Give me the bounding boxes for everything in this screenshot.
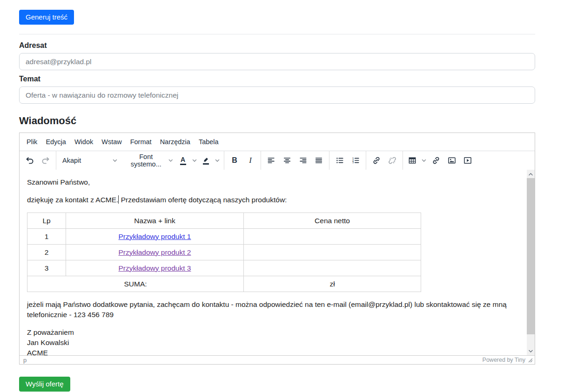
bullet-list-button[interactable] <box>332 153 348 168</box>
highlight-color-menu-button[interactable] <box>213 153 222 168</box>
chevron-down-icon <box>528 349 533 353</box>
subject-input[interactable] <box>19 86 535 104</box>
align-center-icon <box>282 156 292 165</box>
product-link[interactable]: Przykładowy produkt 2 <box>119 248 191 256</box>
table-menu-button[interactable] <box>419 153 428 168</box>
scrollbar-thumb[interactable] <box>527 178 535 334</box>
table-button[interactable] <box>405 153 419 168</box>
offer-table: Lp Nazwa + link Cena netto 1 Przykładowy… <box>27 213 421 292</box>
chevron-down-icon <box>112 158 118 163</box>
cell-lp: 2 <box>27 245 66 260</box>
col-header-name: Nazwa + link <box>66 213 244 229</box>
numbered-list-button[interactable]: 123 <box>348 153 363 168</box>
product-link[interactable]: Przykładowy produkt 3 <box>119 264 191 272</box>
chevron-down-icon <box>192 158 197 163</box>
align-left-button[interactable] <box>263 153 279 168</box>
bold-icon: B <box>232 156 237 165</box>
editor-toolbar: Akapit Font systemo... A <box>20 151 535 170</box>
scroll-up-arrow[interactable] <box>527 170 535 178</box>
cell-price <box>244 260 421 276</box>
font-family-select[interactable]: Font systemo... <box>120 153 176 168</box>
message-heading: Wiadomość <box>19 115 535 127</box>
bold-button[interactable]: B <box>227 153 242 168</box>
menu-edit[interactable]: Edycja <box>41 136 70 148</box>
insert-link-button[interactable] <box>369 153 384 168</box>
align-center-button[interactable] <box>279 153 295 168</box>
numbered-list-icon: 123 <box>351 156 360 165</box>
table-row: 2 Przykładowy produkt 2 <box>27 245 421 260</box>
divider <box>19 34 535 34</box>
redo-button[interactable] <box>38 153 54 168</box>
table-split <box>405 153 428 168</box>
link-icon <box>431 156 441 165</box>
menu-view[interactable]: Widok <box>70 136 97 148</box>
align-left-icon <box>267 156 276 165</box>
italic-button[interactable]: I <box>242 153 258 168</box>
recipient-label: Adresat <box>19 41 535 50</box>
greeting-paragraph: Szanowni Państwo, <box>27 177 519 187</box>
list-group: 123 <box>329 151 366 170</box>
align-group <box>261 151 329 170</box>
font-group: Akapit Font systemo... A <box>56 151 224 170</box>
image-button[interactable] <box>444 153 460 168</box>
menu-tools[interactable]: Narzędzia <box>156 136 195 148</box>
link-button[interactable] <box>428 153 444 168</box>
page: Generuj treść Adresat Temat Wiadomość Pl… <box>19 0 535 392</box>
chevron-down-icon <box>215 158 220 163</box>
menu-format[interactable]: Format <box>126 136 156 148</box>
justify-button[interactable] <box>311 153 327 168</box>
editor-body[interactable]: Szanowni Państwo, dziękuję za kontakt z … <box>20 170 527 355</box>
justify-icon <box>314 156 323 165</box>
menu-file[interactable]: Plik <box>22 136 41 148</box>
cell-product: Przykładowy produkt 2 <box>66 245 244 260</box>
paragraph-style-label: Akapit <box>62 157 81 164</box>
paragraph-style-select[interactable]: Akapit <box>59 153 120 168</box>
align-right-icon <box>298 156 308 165</box>
scroll-down-arrow[interactable] <box>527 347 535 355</box>
sum-value-cell: zł <box>244 276 421 292</box>
chevron-up-icon <box>528 173 533 176</box>
text-color-button[interactable]: A <box>176 153 190 168</box>
send-offer-button[interactable]: Wyślij ofertę <box>19 377 70 392</box>
editor-content-area[interactable]: Szanowni Państwo, dziękuję za kontakt z … <box>20 170 535 355</box>
outro-paragraph: jeżeli mają Państwo dodatkowe pytania, z… <box>27 299 519 320</box>
element-path[interactable]: p <box>23 357 27 364</box>
subject-label: Temat <box>19 75 535 83</box>
insert-group <box>403 151 478 170</box>
rich-text-editor: Plik Edycja Widok Wstaw Format Narzędzia… <box>19 133 535 365</box>
text-color-swatch <box>180 164 186 165</box>
col-header-price: Cena netto <box>244 213 421 229</box>
undo-button[interactable] <box>22 153 38 168</box>
font-family-label: Font systemo... <box>124 153 168 168</box>
resize-handle-icon[interactable] <box>528 358 533 363</box>
bullet-list-icon <box>335 156 344 165</box>
sum-label-cell: SUMA: <box>27 276 244 292</box>
menu-table[interactable]: Tabela <box>195 136 223 148</box>
intro-paragraph: dziękuję za kontakt z ACME. Przedstawiam… <box>27 195 519 205</box>
svg-text:3: 3 <box>352 161 354 164</box>
unlink-button[interactable] <box>384 153 400 168</box>
col-header-lp: Lp <box>27 213 66 229</box>
generate-content-button[interactable]: Generuj treść <box>19 10 74 25</box>
tiny-branding[interactable]: Powered by Tiny <box>483 357 525 363</box>
style-group: B I <box>224 151 261 170</box>
media-icon <box>463 156 472 165</box>
text-color-menu-button[interactable] <box>190 153 199 168</box>
editor-scrollbar[interactable] <box>527 170 535 355</box>
cell-lp: 3 <box>27 260 66 276</box>
media-button[interactable] <box>460 153 476 168</box>
menu-insert[interactable]: Wstaw <box>97 136 126 148</box>
highlight-pen-icon <box>202 156 209 162</box>
product-link[interactable]: Przykładowy produkt 1 <box>119 233 191 240</box>
table-sum-row: SUMA: zł <box>27 276 421 292</box>
table-row: 3 Przykładowy produkt 3 <box>27 260 421 276</box>
cell-product: Przykładowy produkt 1 <box>66 229 244 245</box>
highlight-color-button[interactable] <box>199 153 213 168</box>
recipient-input[interactable] <box>19 53 535 70</box>
align-right-button[interactable] <box>295 153 311 168</box>
cell-lp: 1 <box>27 229 66 245</box>
text-color-icon: A <box>181 156 185 163</box>
table-header-row: Lp Nazwa + link Cena netto <box>27 213 421 229</box>
cell-price <box>244 229 421 245</box>
highlight-color-swatch <box>203 163 209 165</box>
